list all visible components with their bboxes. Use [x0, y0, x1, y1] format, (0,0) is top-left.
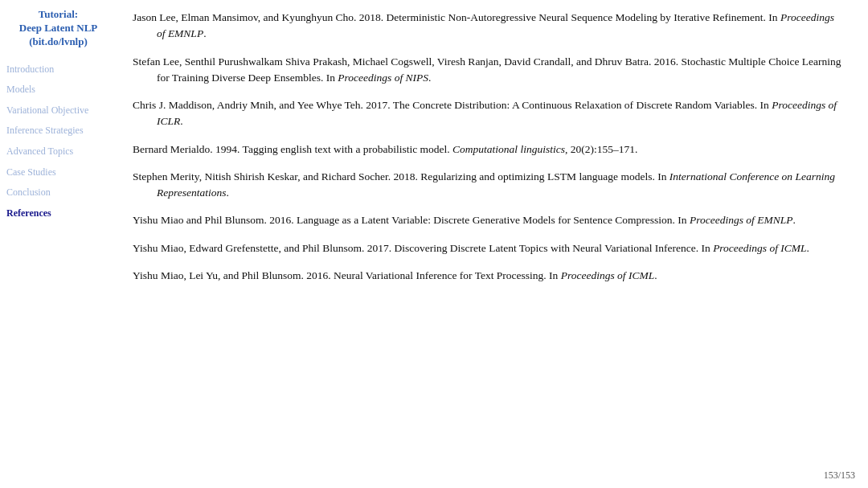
list-item: Bernard Merialdo. 1994. Tagging english …: [133, 141, 844, 158]
sidebar-item-references[interactable]: References: [6, 207, 110, 220]
list-item: Stephen Merity, Nitish Shirish Keskar, a…: [133, 169, 844, 202]
sidebar-item-conclusion[interactable]: Conclusion: [6, 187, 110, 199]
sidebar-item-variational-objective[interactable]: Variational Objective: [6, 105, 110, 117]
list-item: Yishu Miao, Edward Grefenstette, and Phi…: [133, 240, 844, 256]
ref-text: Stefan Lee, Senthil Purushwalkam Shiva P…: [133, 55, 841, 84]
sidebar-title-line1: Tutorial:: [39, 8, 78, 20]
page-total: 153: [841, 470, 855, 481]
sidebar-item-case-studies[interactable]: Case Studies: [6, 166, 110, 179]
list-item: Yishu Miao, Lei Yu, and Phil Blunsom. 20…: [133, 268, 844, 284]
list-item: Stefan Lee, Senthil Purushwalkam Shiva P…: [133, 54, 844, 87]
content-area: Jason Lee, Elman Mansimov, and Kyunghyun…: [117, 0, 868, 488]
ref-text: Chris J. Maddison, Andriy Mnih, and Yee …: [133, 99, 837, 127]
sidebar-item-models[interactable]: Models: [6, 84, 110, 96]
list-item: Yishu Miao and Phil Blunsom. 2016. Langu…: [133, 212, 844, 228]
page-current: 153: [824, 470, 838, 481]
ref-text: Yishu Miao, Lei Yu, and Phil Blunsom. 20…: [133, 269, 657, 281]
ref-text: Stephen Merity, Nitish Shirish Keskar, a…: [133, 170, 835, 199]
list-item: Jason Lee, Elman Mansimov, and Kyunghyun…: [133, 10, 844, 43]
sidebar-title-line2: Deep Latent NLP: [19, 22, 98, 34]
sidebar: Tutorial: Deep Latent NLP (bit.do/lvnlp)…: [0, 0, 117, 488]
ref-text: Jason Lee, Elman Mansimov, and Kyunghyun…: [133, 11, 834, 39]
page-number: 153/153: [824, 470, 855, 482]
ref-text: Yishu Miao and Phil Blunsom. 2016. Langu…: [133, 214, 796, 226]
sidebar-title-line3: (bit.do/lvnlp): [29, 35, 88, 47]
list-item: Chris J. Maddison, Andriy Mnih, and Yee …: [133, 97, 844, 130]
sidebar-title[interactable]: Tutorial: Deep Latent NLP (bit.do/lvnlp): [6, 8, 110, 49]
references-list: Jason Lee, Elman Mansimov, and Kyunghyun…: [117, 0, 868, 488]
ref-text: Bernard Merialdo. 1994. Tagging english …: [133, 143, 637, 155]
ref-text: Yishu Miao, Edward Grefenstette, and Phi…: [133, 242, 809, 254]
sidebar-item-advanced-topics[interactable]: Advanced Topics: [6, 146, 110, 158]
sidebar-item-introduction[interactable]: Introduction: [6, 64, 110, 76]
sidebar-item-inference-strategies[interactable]: Inference Strategies: [6, 125, 110, 137]
